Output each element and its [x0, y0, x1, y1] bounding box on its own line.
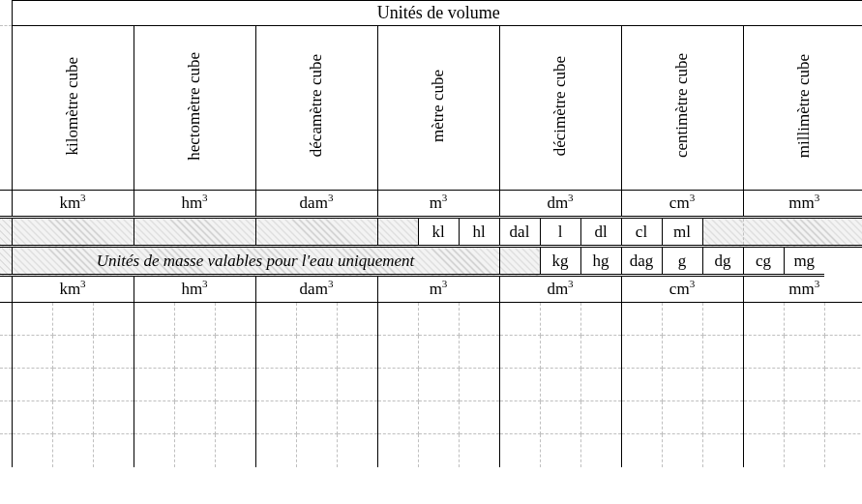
unit-symbol-m3: m3 [377, 191, 499, 218]
capacity-dal: dal [499, 218, 540, 247]
capacity-hl: hl [459, 218, 499, 247]
unit-symbol-cm3: cm3 [621, 191, 743, 218]
capacity-blank-mm3 [743, 218, 862, 247]
grid-row [0, 336, 862, 369]
unit-symbol-mm3: mm3 [743, 191, 862, 218]
page: Unités de volume kilomètre cube hectomèt… [0, 0, 862, 504]
unit-name-m3: mètre cube [377, 26, 499, 191]
unit-symbol2-km3: km3 [12, 276, 134, 303]
unit-symbol-dam3: dam3 [255, 191, 377, 218]
capacity-l: l [540, 218, 580, 247]
capacity-units-row: kl hl dal l dl cl ml [0, 218, 862, 247]
unit-symbols-row-top: km3 hm3 dam3 m3 dm3 cm3 mm3 [0, 191, 862, 218]
capacity-blank-dam3 [255, 218, 377, 247]
mass-hg: hg [580, 247, 621, 276]
capacity-blank-hm3 [134, 218, 255, 247]
mass-units-row: Unités de masse valables pour l'eau uniq… [0, 247, 862, 276]
unit-name-mm3: millimètre cube [743, 26, 862, 191]
mass-kg: kg [540, 247, 580, 276]
capacity-cl: cl [621, 218, 662, 247]
page-title: Unités de volume [12, 1, 862, 26]
capacity-ml: ml [662, 218, 702, 247]
unit-name-km3: kilomètre cube [12, 26, 134, 191]
mass-dag: dag [621, 247, 662, 276]
unit-symbol-km3: km3 [12, 191, 134, 218]
grid-row [0, 434, 862, 467]
unit-symbols-row-bottom: km3 hm3 dam3 m3 dm3 cm3 mm3 [0, 276, 862, 303]
mass-cg: cg [743, 247, 784, 276]
unit-name-cm3: centimètre cube [621, 26, 743, 191]
capacity-kl: kl [418, 218, 459, 247]
mass-mg: mg [784, 247, 824, 276]
grid-row [0, 303, 862, 336]
capacity-dl: dl [580, 218, 621, 247]
unit-names-row: kilomètre cube hectomètre cube décamètre… [0, 26, 862, 191]
grid-row [0, 401, 862, 434]
unit-symbol2-dam3: dam3 [255, 276, 377, 303]
unit-symbol2-mm3: mm3 [743, 276, 862, 303]
unit-symbol2-cm3: cm3 [621, 276, 743, 303]
capacity-blank-km3 [12, 218, 134, 247]
conversion-table: Unités de volume kilomètre cube hectomèt… [0, 0, 862, 467]
title-row: Unités de volume [0, 1, 862, 26]
unit-symbol2-dm3: dm3 [499, 276, 621, 303]
unit-symbol2-m3: m3 [377, 276, 499, 303]
unit-name-dam3: décamètre cube [255, 26, 377, 191]
grid-row [0, 369, 862, 401]
unit-symbol-hm3: hm3 [134, 191, 255, 218]
unit-symbol2-hm3: hm3 [134, 276, 255, 303]
mass-dg: dg [702, 247, 743, 276]
unit-name-dm3: décimètre cube [499, 26, 621, 191]
unit-symbol-dm3: dm3 [499, 191, 621, 218]
unit-name-hm3: hectomètre cube [134, 26, 255, 191]
mass-g: g [662, 247, 702, 276]
mass-note: Unités de masse valables pour l'eau uniq… [12, 247, 499, 276]
